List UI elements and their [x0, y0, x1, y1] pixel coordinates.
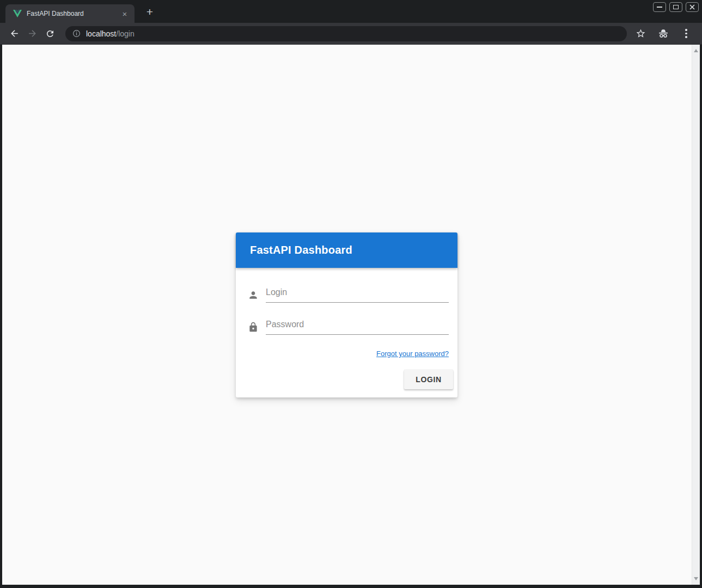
- login-field-row: [248, 284, 449, 303]
- browser-titlebar: FastAPI Dashboard × +: [0, 0, 702, 23]
- password-field-row: [248, 316, 449, 335]
- login-input[interactable]: [266, 284, 449, 303]
- url-path: /login: [116, 29, 134, 38]
- toolbar-right-icons: [633, 27, 697, 41]
- minimize-button[interactable]: [653, 2, 666, 12]
- url-host: localhost: [86, 29, 116, 38]
- person-icon: [248, 290, 259, 301]
- site-info-icon[interactable]: [72, 29, 81, 38]
- close-button[interactable]: [686, 2, 699, 12]
- login-card: FastAPI Dashboard Forgot your password? …: [236, 232, 457, 397]
- maximize-icon: [673, 5, 679, 9]
- page-scrollbar[interactable]: [692, 45, 700, 585]
- forward-icon[interactable]: [25, 27, 39, 41]
- forgot-link-row: Forgot your password?: [248, 348, 449, 358]
- menu-kebab-icon[interactable]: [679, 27, 693, 41]
- scroll-down-icon[interactable]: [694, 577, 698, 580]
- url-text: localhost/login: [86, 29, 135, 38]
- browser-tab[interactable]: FastAPI Dashboard ×: [5, 4, 135, 23]
- tab-close-icon[interactable]: ×: [120, 9, 129, 18]
- vue-favicon-icon: [13, 10, 22, 17]
- minimize-icon: [657, 7, 662, 8]
- card-actions: LOGIN: [248, 370, 453, 389]
- password-input[interactable]: [266, 316, 449, 335]
- forgot-password-link[interactable]: Forgot your password?: [376, 350, 449, 358]
- reload-icon[interactable]: [43, 27, 57, 41]
- browser-toolbar: localhost/login: [0, 23, 702, 45]
- back-icon[interactable]: [7, 27, 21, 41]
- bookmark-star-icon[interactable]: [633, 27, 648, 41]
- login-card-title: FastAPI Dashboard: [250, 244, 352, 256]
- login-card-header: FastAPI Dashboard: [236, 232, 457, 268]
- url-bar[interactable]: localhost/login: [65, 26, 627, 41]
- window-controls: [653, 2, 699, 12]
- scroll-up-icon[interactable]: [694, 49, 698, 52]
- maximize-button[interactable]: [669, 2, 682, 12]
- lock-icon: [248, 322, 259, 333]
- page-content: FastAPI Dashboard Forgot your password? …: [2, 45, 700, 585]
- login-card-body: Forgot your password? LOGIN: [236, 268, 457, 394]
- new-tab-button[interactable]: +: [143, 5, 157, 19]
- tab-title: FastAPI Dashboard: [27, 10, 120, 17]
- login-button[interactable]: LOGIN: [404, 370, 453, 389]
- close-icon: [689, 4, 695, 10]
- incognito-icon: [656, 27, 670, 41]
